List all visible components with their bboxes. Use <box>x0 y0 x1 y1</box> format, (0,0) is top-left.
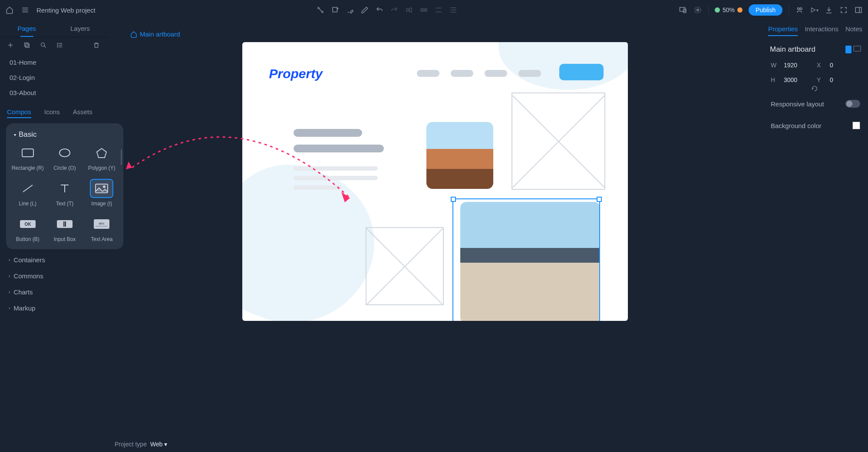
x-value[interactable]: 0 <box>830 62 860 69</box>
fullscreen-icon[interactable] <box>839 6 848 14</box>
breadcrumb[interactable]: Main artboard <box>107 20 763 42</box>
zoom-out-icon[interactable] <box>715 7 720 13</box>
compo-line[interactable]: Line (L) <box>10 179 45 207</box>
canvas[interactable]: Main artboard Property <box>107 20 763 452</box>
add-artboard-icon[interactable] <box>331 6 340 14</box>
svg-point-3 <box>318 7 319 9</box>
svg-point-20 <box>697 9 699 11</box>
page-item[interactable]: 02-Login <box>0 70 107 85</box>
publish-button[interactable]: Publish <box>749 4 782 16</box>
redo-icon[interactable] <box>390 6 399 14</box>
align-horizontal-icon[interactable] <box>405 6 413 14</box>
heading-placeholder <box>294 145 384 152</box>
page-item[interactable]: 03-About <box>0 85 107 100</box>
tab-layers[interactable]: Layers <box>53 20 107 37</box>
undo-icon[interactable] <box>375 6 384 14</box>
orientation-portrait[interactable] <box>845 46 851 53</box>
settings-icon[interactable] <box>693 6 702 14</box>
pencil-icon[interactable] <box>360 6 369 14</box>
svg-point-23 <box>800 8 802 10</box>
panel-toggle-icon[interactable] <box>854 6 863 14</box>
y-label: Y <box>817 76 827 83</box>
device-preview-icon[interactable] <box>679 6 687 14</box>
compo-input[interactable]: Input Box <box>47 214 82 242</box>
svg-rect-5 <box>333 7 337 12</box>
y-value[interactable]: 0 <box>830 76 860 83</box>
play-icon[interactable]: ▾ <box>810 6 818 14</box>
basic-category-header[interactable]: ▾Basic <box>10 129 119 143</box>
compo-textarea[interactable]: abc Text Area <box>85 214 119 242</box>
nav-placeholder <box>485 70 507 77</box>
distribute-horizontal-icon[interactable] <box>419 6 428 14</box>
svg-rect-8 <box>406 9 409 11</box>
svg-rect-30 <box>26 44 29 47</box>
page-item[interactable]: 01-Home <box>0 55 107 70</box>
category-markup[interactable]: ›Markup <box>0 300 107 316</box>
align-vertical-icon[interactable] <box>434 6 443 14</box>
tab-icons[interactable]: Icons <box>44 108 60 115</box>
compo-button[interactable]: OK Button (B) <box>10 214 45 242</box>
text-placeholder <box>294 166 378 171</box>
selection-handle[interactable] <box>597 197 602 202</box>
compo-rectangle[interactable]: Rectangle (R) <box>10 143 45 171</box>
home-icon[interactable] <box>5 6 14 14</box>
reset-size-icon[interactable] <box>810 84 819 93</box>
artboard[interactable]: Property <box>242 42 628 321</box>
svg-text:abc: abc <box>99 221 105 225</box>
connector-icon[interactable] <box>316 6 325 14</box>
download-icon[interactable] <box>825 6 833 14</box>
category-containers[interactable]: ›Containers <box>0 252 107 268</box>
svg-point-38 <box>57 46 58 47</box>
divider <box>789 5 789 15</box>
width-label: W <box>771 62 781 69</box>
nav-placeholder <box>518 70 541 77</box>
category-charts[interactable]: ›Charts <box>0 284 107 300</box>
brush-icon[interactable] <box>346 6 354 14</box>
selection-handle[interactable] <box>451 197 456 202</box>
zoom-value[interactable]: 50% <box>723 7 735 13</box>
duplicate-page-icon[interactable] <box>23 41 31 49</box>
trash-icon[interactable] <box>92 41 101 49</box>
svg-text:OK: OK <box>24 222 31 227</box>
compo-circle[interactable]: Circle (O) <box>47 143 82 171</box>
compo-text[interactable]: Text (T) <box>47 179 82 207</box>
selection-title: Main artboard <box>770 45 815 54</box>
menu-icon[interactable] <box>21 6 30 14</box>
tab-pages[interactable]: Pages <box>0 20 53 37</box>
responsive-toggle[interactable] <box>845 100 860 108</box>
height-label: H <box>771 76 781 83</box>
image-placeholder <box>366 227 444 305</box>
compo-image[interactable]: Image (I) <box>85 179 119 207</box>
orientation-landscape[interactable] <box>853 46 861 52</box>
list-icon[interactable] <box>56 41 64 49</box>
svg-rect-9 <box>410 8 412 12</box>
svg-rect-12 <box>426 9 427 11</box>
components-basic-panel: ▾Basic Rectangle (R) Circle (O) Polygon … <box>6 123 123 249</box>
divider <box>708 5 709 15</box>
share-icon[interactable] <box>795 6 804 14</box>
tab-interactions[interactable]: Interactions <box>805 25 838 33</box>
project-type-value[interactable]: Web ▾ <box>150 441 167 448</box>
zoom-in-icon[interactable] <box>737 7 743 13</box>
compo-polygon[interactable]: Polygon (Y) <box>85 143 119 171</box>
svg-rect-25 <box>855 7 861 13</box>
svg-point-46 <box>103 186 105 188</box>
add-page-icon[interactable] <box>6 41 15 49</box>
tab-properties[interactable]: Properties <box>768 25 798 33</box>
project-title[interactable]: Renting Web project <box>36 7 96 14</box>
category-commons[interactable]: ›Commons <box>0 268 107 284</box>
distribute-vertical-icon[interactable] <box>449 6 458 14</box>
tab-assets[interactable]: Assets <box>73 108 92 115</box>
tab-notes[interactable]: Notes <box>845 25 862 33</box>
search-icon[interactable] <box>39 41 48 49</box>
image-placeholder <box>512 92 605 190</box>
width-value[interactable]: 1920 <box>784 62 814 69</box>
canvas-image <box>426 122 493 189</box>
background-color-swatch[interactable] <box>852 122 860 129</box>
height-value[interactable]: 3000 <box>784 76 814 83</box>
scrollbar[interactable] <box>121 149 122 165</box>
responsive-label: Responsive layout <box>771 100 824 108</box>
tab-compos[interactable]: Compos <box>7 108 31 115</box>
right-panel: Properties Interactions Notes Main artbo… <box>763 20 868 452</box>
selection-outline[interactable] <box>452 198 600 321</box>
